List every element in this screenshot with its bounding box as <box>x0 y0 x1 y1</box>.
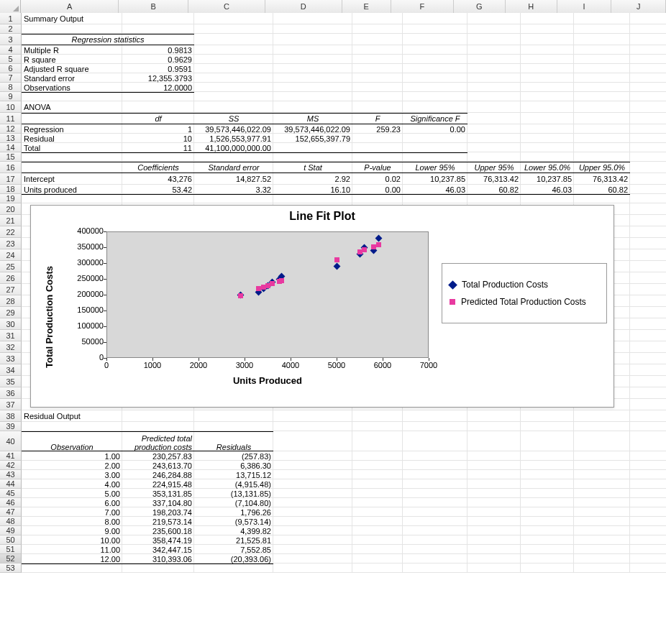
row-header-13[interactable]: 13 <box>0 134 22 143</box>
coef-v[interactable]: 16.10 <box>273 185 352 194</box>
resid-obs[interactable]: 1.00 <box>22 451 122 461</box>
resid-pred[interactable]: 198,203.74 <box>122 507 194 517</box>
col-header-C[interactable]: C <box>188 0 265 13</box>
resid-pred[interactable]: 358,474.19 <box>122 535 194 545</box>
row-header-27[interactable]: 27 <box>0 284 22 295</box>
anova-ss[interactable]: 41,100,000,000.00 <box>194 143 273 152</box>
resid-obs[interactable]: 10.00 <box>22 535 122 545</box>
resid-pred[interactable]: 353,131.85 <box>122 489 194 498</box>
regression-stats-title[interactable]: Regression statistics <box>22 34 194 45</box>
row-header-29[interactable]: 29 <box>0 307 22 318</box>
row-header-34[interactable]: 34 <box>0 364 22 376</box>
row-header-7[interactable]: 7 <box>0 73 22 83</box>
row-header-50[interactable]: 50 <box>0 535 22 545</box>
coef-name[interactable]: Intercept <box>22 173 122 185</box>
anova-h-df[interactable]: df <box>122 113 194 124</box>
row-header-45[interactable]: 45 <box>0 489 22 498</box>
row-header-40[interactable]: 40 <box>0 431 22 451</box>
resid-pred[interactable]: 342,447.15 <box>122 545 194 554</box>
reg-stat-label[interactable]: R square <box>22 55 122 64</box>
row-header-43[interactable]: 43 <box>0 470 22 479</box>
reg-stat-value[interactable]: 12.0000 <box>122 83 194 92</box>
coef-v[interactable]: 76,313.42 <box>467 173 521 185</box>
resid-res[interactable]: (257.83) <box>194 451 273 461</box>
select-all-corner[interactable] <box>0 0 21 13</box>
coef-v[interactable]: 0.02 <box>352 173 403 185</box>
anova-name[interactable]: Total <box>22 143 122 152</box>
coef-h[interactable]: t Stat <box>273 162 352 173</box>
anova-h-f[interactable]: F <box>352 113 403 124</box>
resid-res[interactable]: (7,104.80) <box>194 498 273 507</box>
resid-obs[interactable]: 5.00 <box>22 489 122 498</box>
anova-h-ms[interactable]: MS <box>273 113 352 124</box>
coef-h[interactable]: Upper 95.0% <box>574 162 630 173</box>
anova-ss[interactable]: 39,573,446,022.09 <box>194 124 273 134</box>
coef-v[interactable]: 76,313.42 <box>574 173 630 185</box>
row-header-17[interactable]: 17 <box>0 173 22 185</box>
row-header-48[interactable]: 48 <box>0 517 22 526</box>
row-header-47[interactable]: 47 <box>0 507 22 517</box>
col-header-A[interactable]: A <box>21 0 119 13</box>
resid-obs[interactable]: 9.00 <box>22 526 122 535</box>
row-header-42[interactable]: 42 <box>0 461 22 470</box>
resid-obs[interactable]: 3.00 <box>22 470 122 479</box>
col-header-H[interactable]: H <box>506 0 557 13</box>
coef-v[interactable]: 0.00 <box>352 185 403 194</box>
resid-res[interactable]: 4,399.82 <box>194 526 273 535</box>
reg-stat-label[interactable]: Standard error <box>22 73 122 83</box>
resid-res[interactable]: 6,386.30 <box>194 461 273 470</box>
anova-name[interactable]: Residual <box>22 134 122 143</box>
residual-output-title[interactable]: Residual Output <box>22 410 194 422</box>
col-header-B[interactable]: B <box>119 0 188 13</box>
row-header-33[interactable]: 33 <box>0 353 22 364</box>
row-header-8[interactable]: 8 <box>0 83 22 92</box>
row-header-25[interactable]: 25 <box>0 261 22 272</box>
row-header-22[interactable]: 22 <box>0 226 22 238</box>
resid-obs[interactable]: 4.00 <box>22 479 122 489</box>
resid-h-pred[interactable]: Predicted total production costs <box>122 431 194 451</box>
col-header-G[interactable]: G <box>454 0 506 13</box>
row-header-28[interactable]: 28 <box>0 295 22 307</box>
col-header-J[interactable]: J <box>611 0 666 13</box>
row-header-36[interactable]: 36 <box>0 387 22 399</box>
col-header-I[interactable]: I <box>557 0 612 13</box>
resid-pred[interactable]: 337,104.80 <box>122 498 194 507</box>
anova-ms[interactable]: 39,573,446,022.09 <box>273 124 352 134</box>
resid-pred[interactable]: 246,284.88 <box>122 470 194 479</box>
reg-stat-value[interactable]: 12,355.3793 <box>122 73 194 83</box>
reg-stat-value[interactable]: 0.9629 <box>122 55 194 64</box>
resid-res[interactable]: 21,525.81 <box>194 535 273 545</box>
row-header-52[interactable]: 52 <box>0 554 22 564</box>
anova-ss[interactable]: 1,526,553,977.91 <box>194 134 273 143</box>
coef-v[interactable]: 10,237.85 <box>521 173 574 185</box>
reg-stat-label[interactable]: Multiple R <box>22 45 122 55</box>
row-header-26[interactable]: 26 <box>0 272 22 284</box>
reg-stat-value[interactable]: 0.9591 <box>122 64 194 73</box>
resid-pred[interactable]: 310,393.06 <box>122 554 194 564</box>
col-header-F[interactable]: F <box>391 0 454 13</box>
row-header-49[interactable]: 49 <box>0 526 22 535</box>
coef-v[interactable]: 46.03 <box>521 185 574 194</box>
anova-df[interactable]: 11 <box>122 143 194 152</box>
reg-stat-label[interactable]: Adjusted R square <box>22 64 122 73</box>
resid-obs[interactable]: 12.00 <box>22 554 122 564</box>
row-header-30[interactable]: 30 <box>0 318 22 330</box>
line-fit-plot-chart[interactable]: Line Fit PlotTotal Production CostsUnits… <box>30 205 614 408</box>
row-header-14[interactable]: 14 <box>0 143 22 152</box>
anova-name[interactable]: Regression <box>22 124 122 134</box>
col-header-D[interactable]: D <box>265 0 342 13</box>
resid-obs[interactable]: 11.00 <box>22 545 122 554</box>
anova-f[interactable]: 259.23 <box>352 124 403 134</box>
resid-pred[interactable]: 230,257.83 <box>122 451 194 461</box>
coef-name[interactable]: Units produced <box>22 185 122 194</box>
resid-obs[interactable]: 7.00 <box>22 507 122 517</box>
anova-ms[interactable]: 152,655,397.79 <box>273 134 352 143</box>
row-header-31[interactable]: 31 <box>0 330 22 341</box>
row-header-38[interactable]: 38 <box>0 410 22 422</box>
summary-output-title[interactable]: Summary Output <box>22 13 194 24</box>
coef-v[interactable]: 43,276 <box>122 173 194 185</box>
resid-res[interactable]: 13,715.12 <box>194 470 273 479</box>
row-header-21[interactable]: 21 <box>0 215 22 226</box>
row-header-51[interactable]: 51 <box>0 545 22 554</box>
anova-sigf[interactable]: 0.00 <box>403 124 467 134</box>
